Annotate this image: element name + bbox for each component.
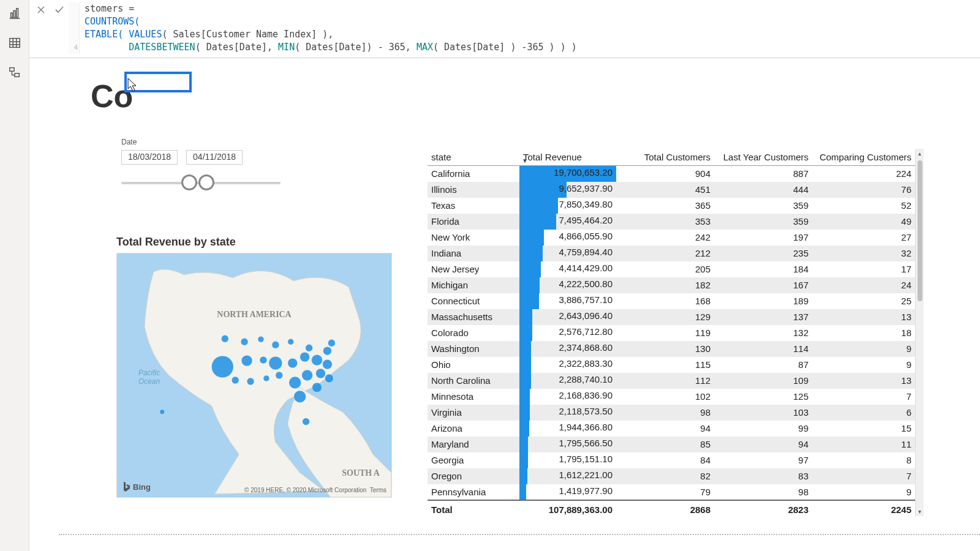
cell-revenue: 1,419,977.90 bbox=[519, 484, 616, 500]
svg-point-22 bbox=[258, 336, 264, 342]
scroll-down-icon[interactable]: ▾ bbox=[917, 507, 922, 516]
scroll-thumb[interactable] bbox=[918, 160, 922, 301]
revenue-table[interactable]: state Total Revenue▼ Total Customers Las… bbox=[428, 149, 924, 516]
date-slider-handle-to[interactable] bbox=[198, 174, 214, 190]
cell-revenue: 4,866,055.90 bbox=[519, 230, 616, 246]
table-row[interactable]: Illinois9,652,937.9045144476 bbox=[428, 182, 915, 198]
svg-point-18 bbox=[211, 356, 233, 378]
table-row[interactable]: New York4,866,055.9024219727 bbox=[428, 230, 915, 246]
model-view-button[interactable] bbox=[4, 61, 26, 83]
cell-revenue: 1,944,366.80 bbox=[519, 421, 616, 437]
table-row[interactable]: Massachusetts2,643,096.4012913713 bbox=[428, 309, 915, 325]
table-row[interactable]: Arizona1,944,366.80949915 bbox=[428, 421, 915, 437]
cell-state: Georgia bbox=[428, 452, 519, 468]
table-row[interactable]: Washington2,374,868.601301149 bbox=[428, 341, 915, 357]
cell-state: Pennsylvania bbox=[428, 484, 519, 500]
table-row[interactable]: Virginia2,118,573.50981036 bbox=[428, 405, 915, 421]
formula-editor[interactable]: stomers = COUNTROWS( ETABLE( VALUES( Sal… bbox=[80, 2, 978, 54]
date-slicer[interactable]: Date 18/03/2018 04/11/2018 bbox=[121, 138, 281, 184]
svg-point-42 bbox=[263, 375, 270, 381]
formula-cancel-button[interactable] bbox=[32, 2, 50, 17]
formula-text: ( Dates[Date] ) -365 ) ) ) bbox=[433, 42, 577, 53]
table-scrollbar[interactable]: ▴ ▾ bbox=[915, 149, 924, 516]
date-to-input[interactable]: 04/11/2018 bbox=[186, 150, 243, 165]
check-icon bbox=[54, 4, 65, 15]
formula-values: VALUES bbox=[129, 29, 162, 40]
cell-state: Arizona bbox=[428, 421, 519, 437]
revenue-map[interactable]: NORTH AMERICA SOUTH A Pacific Ocean bbox=[116, 253, 392, 498]
map-svg: NORTH AMERICA SOUTH A Pacific Ocean bbox=[117, 253, 391, 497]
formula-bar: 4 stomers = COUNTROWS( ETABLE( VALUES( S… bbox=[29, 0, 980, 58]
svg-point-21 bbox=[241, 355, 252, 366]
cell-state: New York bbox=[428, 230, 519, 246]
svg-point-31 bbox=[294, 391, 306, 403]
cell-last-year: 114 bbox=[714, 341, 812, 357]
total-last-year: 2823 bbox=[714, 500, 812, 516]
col-state[interactable]: state bbox=[428, 149, 519, 166]
col-comparing[interactable]: Comparing Customers bbox=[812, 149, 915, 166]
map-terms-link[interactable]: Terms bbox=[370, 487, 386, 493]
cell-comparing: 49 bbox=[812, 214, 915, 230]
cell-revenue: 1,612,221.00 bbox=[519, 468, 616, 484]
table-row[interactable]: Pennsylvania1,419,977.9079989 bbox=[428, 484, 915, 500]
cell-comparing: 6 bbox=[812, 405, 915, 421]
table-row[interactable]: Oregon1,612,221.0082837 bbox=[428, 468, 915, 484]
svg-point-25 bbox=[269, 356, 282, 370]
cell-customers: 94 bbox=[616, 421, 714, 437]
table-row[interactable]: Indiana4,759,894.4021223532 bbox=[428, 246, 915, 261]
cell-revenue: 2,118,573.50 bbox=[519, 405, 616, 421]
formula-max: MAX bbox=[417, 42, 433, 53]
formula-commit-button[interactable] bbox=[50, 2, 69, 17]
cell-last-year: 87 bbox=[714, 357, 812, 373]
col-revenue[interactable]: Total Revenue▼ bbox=[519, 149, 616, 166]
cell-comparing: 11 bbox=[812, 437, 915, 452]
table-row[interactable]: Minnesota2,168,836.901021257 bbox=[428, 389, 915, 405]
cell-customers: 79 bbox=[616, 484, 714, 500]
date-slider-handle-from[interactable] bbox=[181, 174, 197, 190]
svg-point-40 bbox=[328, 339, 335, 347]
table-row[interactable]: Ohio2,322,883.30115879 bbox=[428, 357, 915, 373]
date-slider-track[interactable] bbox=[121, 182, 281, 184]
scroll-up-icon[interactable]: ▴ bbox=[917, 149, 922, 158]
cell-revenue: 3,886,757.10 bbox=[519, 293, 616, 309]
cell-comparing: 13 bbox=[812, 309, 915, 325]
bing-icon bbox=[122, 481, 130, 492]
cell-revenue: 2,643,096.40 bbox=[519, 309, 616, 325]
svg-point-19 bbox=[221, 335, 228, 342]
cell-last-year: 98 bbox=[714, 484, 812, 500]
table-row[interactable]: California19,700,653.20904887224 bbox=[428, 166, 915, 182]
svg-point-17 bbox=[160, 410, 165, 414]
svg-point-39 bbox=[325, 374, 333, 383]
table-row[interactable]: Georgia1,795,151.1084978 bbox=[428, 452, 915, 468]
cell-revenue: 4,222,500.80 bbox=[519, 277, 616, 293]
cell-state: Connecticut bbox=[428, 293, 519, 309]
cell-state: Texas bbox=[428, 198, 519, 214]
table-row[interactable]: Texas7,850,349.8036535952 bbox=[428, 198, 915, 214]
date-from-input[interactable]: 18/03/2018 bbox=[121, 150, 178, 165]
table-row[interactable]: Florida7,495,464.2035335949 bbox=[428, 214, 915, 230]
table-row[interactable]: Michigan4,222,500.8018216724 bbox=[428, 277, 915, 293]
cell-last-year: 109 bbox=[714, 373, 812, 389]
cell-last-year: 359 bbox=[714, 198, 812, 214]
cell-customers: 212 bbox=[616, 246, 714, 261]
cell-revenue: 1,795,151.10 bbox=[519, 452, 616, 468]
table-row[interactable]: New Jersey4,414,429.0020518417 bbox=[428, 261, 915, 277]
cell-last-year: 235 bbox=[714, 246, 812, 261]
table-row[interactable]: North Carolina2,288,740.1011210913 bbox=[428, 373, 915, 389]
col-last-year[interactable]: Last Year Customers bbox=[714, 149, 812, 166]
col-customers[interactable]: Total Customers bbox=[616, 149, 714, 166]
cell-revenue: 4,759,894.40 bbox=[519, 246, 616, 261]
cell-comparing: 8 bbox=[812, 452, 915, 468]
cell-customers: 451 bbox=[616, 182, 714, 198]
table-row[interactable]: Connecticut3,886,757.1016818925 bbox=[428, 293, 915, 309]
report-view-button[interactable] bbox=[4, 2, 26, 24]
svg-text:Ocean: Ocean bbox=[138, 377, 160, 386]
cell-last-year: 137 bbox=[714, 309, 812, 325]
table-row[interactable]: Maryland1,795,566.50859411 bbox=[428, 437, 915, 452]
svg-point-41 bbox=[247, 378, 254, 385]
report-canvas[interactable]: Co Date 18/03/2018 04/11/2018 Total Reve… bbox=[29, 58, 980, 551]
cell-last-year: 83 bbox=[714, 468, 812, 484]
table-row[interactable]: Colorado2,576,712.8011913218 bbox=[428, 325, 915, 341]
data-view-button[interactable] bbox=[4, 32, 26, 54]
cell-last-year: 189 bbox=[714, 293, 812, 309]
